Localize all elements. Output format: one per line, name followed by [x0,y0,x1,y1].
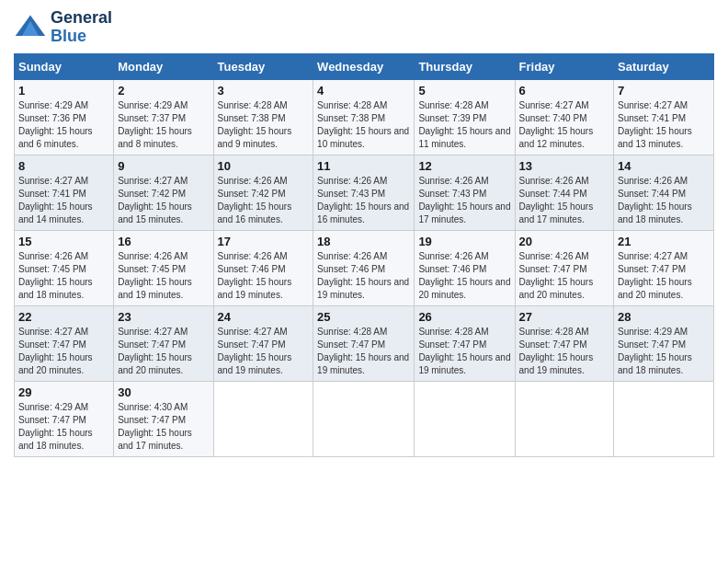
day-info: Sunrise: 4:26 AMSunset: 7:46 PMDaylight:… [418,250,510,302]
day-info: Sunrise: 4:28 AMSunset: 7:38 PMDaylight:… [317,99,410,151]
day-info: Sunrise: 4:27 AMSunset: 7:47 PMDaylight:… [218,326,310,377]
calendar-cell: 23Sunrise: 4:27 AMSunset: 7:47 PMDayligh… [114,305,213,381]
calendar-cell: 24Sunrise: 4:27 AMSunset: 7:47 PMDayligh… [213,305,313,381]
calendar-cell: 19Sunrise: 4:26 AMSunset: 7:46 PMDayligh… [415,230,515,305]
day-info: Sunrise: 4:27 AMSunset: 7:47 PMDaylight:… [18,326,109,377]
day-number: 5 [418,84,510,98]
calendar-cell: 13Sunrise: 4:26 AMSunset: 7:44 PMDayligh… [515,155,614,230]
day-number: 14 [618,159,710,173]
column-header-thursday: Thursday [415,53,515,79]
calendar-cell: 30Sunrise: 4:30 AMSunset: 7:47 PMDayligh… [114,381,213,456]
day-info: Sunrise: 4:27 AMSunset: 7:42 PMDaylight:… [118,175,209,226]
calendar-cell: 7Sunrise: 4:27 AMSunset: 7:41 PMDaylight… [614,79,714,155]
calendar-cell: 2Sunrise: 4:29 AMSunset: 7:37 PMDaylight… [114,79,213,155]
day-info: Sunrise: 4:27 AMSunset: 7:47 PMDaylight:… [618,250,710,302]
day-number: 26 [418,310,510,324]
calendar-cell: 25Sunrise: 4:28 AMSunset: 7:47 PMDayligh… [313,305,415,381]
day-info: Sunrise: 4:28 AMSunset: 7:39 PMDaylight:… [418,99,510,151]
calendar-cell [415,381,515,456]
calendar-cell: 6Sunrise: 4:27 AMSunset: 7:40 PMDaylight… [515,79,614,155]
calendar-cell: 8Sunrise: 4:27 AMSunset: 7:41 PMDaylight… [15,155,114,230]
day-number: 4 [317,84,410,98]
calendar-cell [515,381,614,456]
logo: General Blue [14,9,112,46]
day-info: Sunrise: 4:29 AMSunset: 7:37 PMDaylight:… [118,99,209,151]
calendar-cell: 9Sunrise: 4:27 AMSunset: 7:42 PMDaylight… [114,155,213,230]
day-info: Sunrise: 4:27 AMSunset: 7:40 PMDaylight:… [519,99,610,151]
calendar-cell: 3Sunrise: 4:28 AMSunset: 7:38 PMDaylight… [213,79,313,155]
day-info: Sunrise: 4:26 AMSunset: 7:43 PMDaylight:… [317,175,410,226]
day-info: Sunrise: 4:29 AMSunset: 7:47 PMDaylight:… [18,401,109,453]
day-number: 17 [218,235,310,248]
day-info: Sunrise: 4:28 AMSunset: 7:38 PMDaylight:… [218,99,310,151]
calendar-cell: 18Sunrise: 4:26 AMSunset: 7:46 PMDayligh… [313,230,415,305]
day-number: 25 [317,310,410,324]
calendar-cell: 4Sunrise: 4:28 AMSunset: 7:38 PMDaylight… [313,79,415,155]
day-number: 6 [519,84,610,98]
day-info: Sunrise: 4:28 AMSunset: 7:47 PMDaylight:… [418,326,510,377]
day-info: Sunrise: 4:26 AMSunset: 7:46 PMDaylight:… [218,250,310,302]
day-info: Sunrise: 4:26 AMSunset: 7:44 PMDaylight:… [618,175,710,226]
calendar-cell: 21Sunrise: 4:27 AMSunset: 7:47 PMDayligh… [614,230,714,305]
day-info: Sunrise: 4:28 AMSunset: 7:47 PMDaylight:… [519,326,610,377]
day-number: 24 [218,310,310,324]
day-number: 3 [218,84,310,98]
column-header-tuesday: Tuesday [213,53,313,79]
calendar-week-row: 29Sunrise: 4:29 AMSunset: 7:47 PMDayligh… [15,381,714,456]
calendar-cell: 29Sunrise: 4:29 AMSunset: 7:47 PMDayligh… [15,381,114,456]
calendar-cell: 15Sunrise: 4:26 AMSunset: 7:45 PMDayligh… [15,230,114,305]
calendar-cell: 17Sunrise: 4:26 AMSunset: 7:46 PMDayligh… [213,230,313,305]
day-number: 12 [418,159,510,173]
day-number: 13 [519,159,610,173]
calendar-cell: 28Sunrise: 4:29 AMSunset: 7:47 PMDayligh… [614,305,714,381]
calendar-cell: 11Sunrise: 4:26 AMSunset: 7:43 PMDayligh… [313,155,415,230]
day-info: Sunrise: 4:27 AMSunset: 7:41 PMDaylight:… [618,99,710,151]
day-number: 28 [618,310,710,324]
day-number: 15 [18,235,109,248]
day-number: 30 [118,385,209,399]
day-info: Sunrise: 4:26 AMSunset: 7:46 PMDaylight:… [317,250,410,302]
calendar-cell: 5Sunrise: 4:28 AMSunset: 7:39 PMDaylight… [415,79,515,155]
day-info: Sunrise: 4:26 AMSunset: 7:44 PMDaylight:… [519,175,610,226]
column-header-sunday: Sunday [15,53,114,79]
calendar-cell: 14Sunrise: 4:26 AMSunset: 7:44 PMDayligh… [614,155,714,230]
day-info: Sunrise: 4:26 AMSunset: 7:43 PMDaylight:… [418,175,510,226]
calendar-cell: 27Sunrise: 4:28 AMSunset: 7:47 PMDayligh… [515,305,614,381]
calendar-cell: 12Sunrise: 4:26 AMSunset: 7:43 PMDayligh… [415,155,515,230]
calendar-week-row: 1Sunrise: 4:29 AMSunset: 7:36 PMDaylight… [15,79,714,155]
day-number: 27 [519,310,610,324]
day-info: Sunrise: 4:29 AMSunset: 7:36 PMDaylight:… [18,99,109,151]
logo-text: General Blue [51,9,112,46]
logo-icon [14,11,47,44]
calendar-header-row: SundayMondayTuesdayWednesdayThursdayFrid… [15,53,714,79]
day-number: 19 [418,235,510,248]
day-number: 11 [317,159,410,173]
calendar-cell: 16Sunrise: 4:26 AMSunset: 7:45 PMDayligh… [114,230,213,305]
day-number: 10 [218,159,310,173]
calendar-cell: 26Sunrise: 4:28 AMSunset: 7:47 PMDayligh… [415,305,515,381]
calendar-week-row: 15Sunrise: 4:26 AMSunset: 7:45 PMDayligh… [15,230,714,305]
column-header-wednesday: Wednesday [313,53,415,79]
day-number: 21 [618,235,710,248]
page-header: General Blue [14,9,714,46]
column-header-monday: Monday [114,53,213,79]
calendar-week-row: 8Sunrise: 4:27 AMSunset: 7:41 PMDaylight… [15,155,714,230]
calendar-table: SundayMondayTuesdayWednesdayThursdayFrid… [14,53,714,457]
day-info: Sunrise: 4:30 AMSunset: 7:47 PMDaylight:… [118,401,209,453]
day-info: Sunrise: 4:28 AMSunset: 7:47 PMDaylight:… [317,326,410,377]
calendar-cell: 10Sunrise: 4:26 AMSunset: 7:42 PMDayligh… [213,155,313,230]
column-header-saturday: Saturday [614,53,714,79]
calendar-week-row: 22Sunrise: 4:27 AMSunset: 7:47 PMDayligh… [15,305,714,381]
day-number: 1 [18,84,109,98]
day-number: 20 [519,235,610,248]
column-header-friday: Friday [515,53,614,79]
day-info: Sunrise: 4:26 AMSunset: 7:45 PMDaylight:… [18,250,109,302]
day-info: Sunrise: 4:29 AMSunset: 7:47 PMDaylight:… [618,326,710,377]
calendar-cell: 20Sunrise: 4:26 AMSunset: 7:47 PMDayligh… [515,230,614,305]
calendar-cell: 22Sunrise: 4:27 AMSunset: 7:47 PMDayligh… [15,305,114,381]
calendar-cell [313,381,415,456]
day-number: 23 [118,310,209,324]
day-info: Sunrise: 4:27 AMSunset: 7:41 PMDaylight:… [18,175,109,226]
calendar-cell [614,381,714,456]
day-number: 22 [18,310,109,324]
